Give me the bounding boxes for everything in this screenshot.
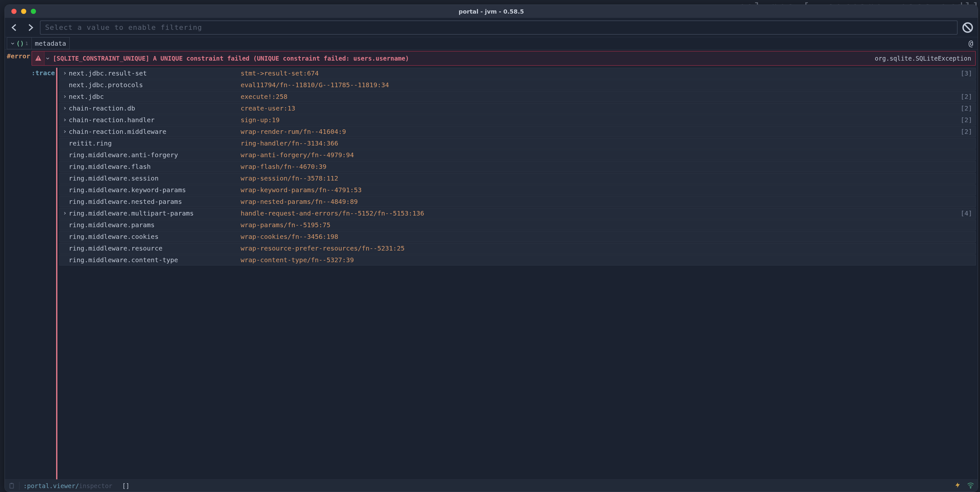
trace-count: [2] xyxy=(961,104,972,112)
error-tag: #error xyxy=(7,52,30,60)
trace-namespace: ring.middleware.params xyxy=(69,221,240,229)
trace-row[interactable]: ring.middleware.multipart-paramshandle-r… xyxy=(59,208,976,219)
trace-count: [2] xyxy=(961,128,972,135)
trace-function: wrap-resource-prefer-resources/fn--5231:… xyxy=(240,244,972,252)
trace-row[interactable]: ring.middleware.nested-paramswrap-nested… xyxy=(59,196,976,207)
trace-namespace: reitit.ring xyxy=(69,140,240,147)
trace-function: eval11794/fn--11810/G--11785--11819:34 xyxy=(240,81,972,89)
trace-namespace: chain-reaction.handler xyxy=(69,116,240,124)
trace-function: handle-request-and-errors/fn--5152/fn--5… xyxy=(240,209,961,217)
trace-row[interactable]: ring.middleware.anti-forgerywrap-anti-fo… xyxy=(59,149,976,160)
trace-namespace: ring.middleware.cookies xyxy=(69,233,240,241)
deref-icon[interactable]: @ xyxy=(969,39,973,48)
trace-count: [4] xyxy=(961,209,972,217)
svg-rect-4 xyxy=(11,482,13,484)
trace-row[interactable]: ring.middleware.keyword-paramswrap-keywo… xyxy=(59,184,976,195)
breadcrumb-root[interactable]: ()1 xyxy=(7,37,32,49)
error-banner[interactable]: [SQLITE_CONSTRAINT_UNIQUE] A UNIQUE cons… xyxy=(32,51,976,66)
breadcrumb-bar: ()1 metadata @ xyxy=(5,37,978,49)
warning-icon xyxy=(32,52,45,65)
window-title: portal - jvm - 0.58.5 xyxy=(5,8,978,15)
trace-namespace: next.jdbc xyxy=(69,93,240,100)
nav-bar xyxy=(5,18,978,37)
trace-namespace: ring.middleware.multipart-params xyxy=(69,209,240,217)
trace-namespace: ring.middleware.nested-params xyxy=(69,198,240,205)
svg-rect-2 xyxy=(38,60,38,60)
trace-row[interactable]: ring.middleware.cookieswrap-cookies/fn--… xyxy=(59,231,976,242)
traffic-lights xyxy=(5,9,36,14)
svg-rect-1 xyxy=(38,57,38,59)
trace-function: create-user:13 xyxy=(240,104,961,112)
chevron-right-icon[interactable] xyxy=(61,71,69,75)
trace-row[interactable]: ring.middleware.paramswrap-params/fn--51… xyxy=(59,219,976,230)
error-class: org.sqlite.SQLiteException xyxy=(875,55,975,62)
trace-row[interactable]: chain-reaction.middlewarewrap-render-rum… xyxy=(59,126,976,137)
divider xyxy=(19,482,19,490)
trace-function: execute!:258 xyxy=(240,93,961,100)
trace-row[interactable]: ring.middleware.sessionwrap-session/fn--… xyxy=(59,173,976,184)
selection-display: [] xyxy=(122,482,130,489)
chevron-right-icon[interactable] xyxy=(61,106,69,110)
network-icon[interactable] xyxy=(967,481,975,490)
trace-row[interactable]: reitit.ringring-handler/fn--3134:366 xyxy=(59,138,976,149)
main-column: [SQLITE_CONSTRAINT_UNIQUE] A UNIQUE cons… xyxy=(32,49,978,479)
breadcrumb-metadata[interactable]: metadata xyxy=(32,37,70,49)
trace-row[interactable]: ring.middleware.flashwrap-flash/fn--4670… xyxy=(59,161,976,172)
trace-row[interactable]: chain-reaction.dbcreate-user:13[2] xyxy=(59,103,976,114)
path-column: #error xyxy=(5,49,32,479)
trace-function: stmt->result-set:674 xyxy=(240,69,961,77)
trace-function: sign-up:19 xyxy=(240,116,961,124)
forward-button[interactable] xyxy=(24,22,36,33)
trace-row[interactable]: next.jdbc.protocolseval11794/fn--11810/G… xyxy=(59,79,976,90)
chevron-right-icon[interactable] xyxy=(61,130,69,133)
paren-count: 1 xyxy=(25,41,28,46)
metadata-label: metadata xyxy=(35,40,66,47)
zoom-window-button[interactable] xyxy=(31,9,36,14)
trace-key: :trace xyxy=(32,68,56,479)
minimize-window-button[interactable] xyxy=(21,9,26,14)
chevron-right-icon[interactable] xyxy=(61,118,69,122)
clipboard-icon[interactable] xyxy=(8,482,15,489)
trace-function: wrap-cookies/fn--3456:198 xyxy=(240,233,972,241)
trace-function: ring-handler/fn--3134:366 xyxy=(240,140,972,147)
trace-namespace: ring.middleware.keyword-params xyxy=(69,186,240,194)
error-message: [SQLITE_CONSTRAINT_UNIQUE] A UNIQUE cons… xyxy=(51,55,409,62)
viewer-path[interactable]: :portal.viewer/inspector xyxy=(23,482,113,489)
status-bar: :portal.viewer/inspector [] xyxy=(5,479,978,492)
trace-function: wrap-session/fn--3578:112 xyxy=(240,175,972,182)
trace-function: wrap-params/fn--5195:75 xyxy=(240,221,972,229)
trace-function: wrap-keyword-params/fn--4791:53 xyxy=(240,186,972,194)
filter-input[interactable] xyxy=(40,21,958,35)
trace-row[interactable]: chain-reaction.handlersign-up:19[2] xyxy=(59,114,976,125)
svg-rect-3 xyxy=(10,483,14,488)
trace-grid: :trace next.jdbc.result-setstmt->result-… xyxy=(32,68,976,479)
titlebar: portal - jvm - 0.58.5 xyxy=(5,5,978,18)
app-window: portal - jvm - 0.58.5 ()1 metadata @ #er… xyxy=(5,5,978,492)
paren-label: () xyxy=(16,40,24,47)
trace-function: wrap-anti-forgery/fn--4979:94 xyxy=(240,151,972,159)
trace-namespace: ring.middleware.content-type xyxy=(69,256,240,264)
trace-namespace: ring.middleware.resource xyxy=(69,244,240,252)
chevron-right-icon[interactable] xyxy=(61,211,69,215)
content-area: #error [SQLITE_CONSTRAINT_UNIQUE] A UNIQ… xyxy=(5,49,978,479)
trace-row[interactable]: ring.middleware.resourcewrap-resource-pr… xyxy=(59,243,976,254)
chevron-right-icon[interactable] xyxy=(61,95,69,98)
close-window-button[interactable] xyxy=(11,9,16,14)
clear-icon[interactable] xyxy=(961,21,974,34)
chevron-down-icon[interactable] xyxy=(45,56,51,60)
trace-function: wrap-flash/fn--4670:39 xyxy=(240,163,972,170)
trace-list: next.jdbc.result-setstmt->result-set:674… xyxy=(59,68,976,265)
viewer-ns: :portal.viewer/ xyxy=(23,482,79,489)
trace-count: [2] xyxy=(961,116,972,124)
trace-namespace: next.jdbc.protocols xyxy=(69,81,240,89)
trace-row[interactable]: next.jdbcexecute!:258[2] xyxy=(59,91,976,102)
bolt-icon[interactable] xyxy=(955,482,961,490)
viewer-name: inspector xyxy=(79,482,113,489)
trace-namespace: chain-reaction.middleware xyxy=(69,128,240,135)
trace-row[interactable]: ring.middleware.content-typewrap-content… xyxy=(59,254,976,265)
chevron-down-icon xyxy=(10,40,15,47)
back-button[interactable] xyxy=(9,22,21,33)
trace-namespace: ring.middleware.flash xyxy=(69,163,240,170)
trace-row[interactable]: next.jdbc.result-setstmt->result-set:674… xyxy=(59,68,976,79)
trace-function: wrap-nested-params/fn--4849:89 xyxy=(240,198,972,205)
